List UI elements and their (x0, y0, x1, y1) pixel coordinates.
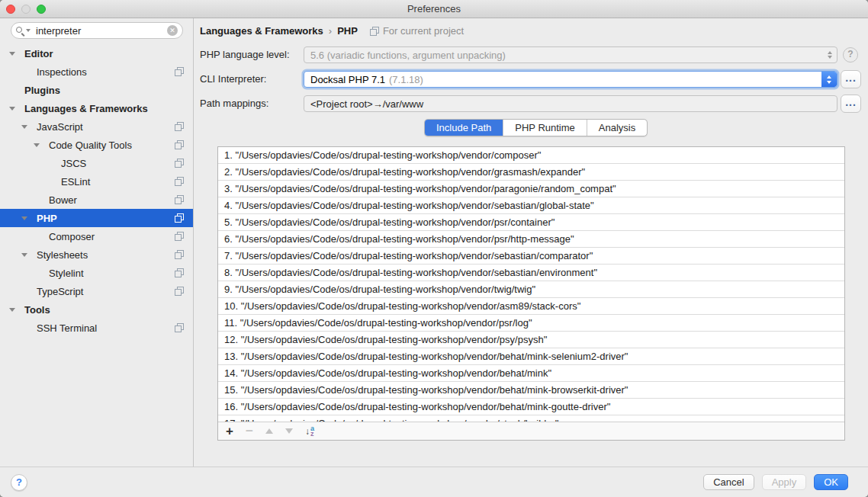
ok-button[interactable]: OK (814, 474, 848, 490)
help-icon[interactable]: ? (843, 47, 858, 63)
include-path-row[interactable]: 17. "/Users/opdavies/Code/os/drupal-test… (218, 415, 844, 422)
add-path-button[interactable]: + (226, 425, 233, 438)
include-path-row[interactable]: 13. "/Users/opdavies/Code/os/drupal-test… (218, 348, 844, 365)
include-path-row[interactable]: 7. "/Users/opdavies/Code/os/drupal-testi… (218, 248, 844, 265)
tab-php-runtime[interactable]: PHP Runtime (503, 120, 587, 136)
search-input[interactable] (34, 24, 167, 37)
sidebar-item-plugins[interactable]: Plugins (0, 81, 193, 99)
sidebar-item-javascript[interactable]: JavaScript (0, 117, 193, 136)
sidebar-item-eslint[interactable]: ESLint (0, 172, 193, 191)
include-path-row[interactable]: 9. "/Users/opdavies/Code/os/drupal-testi… (218, 281, 844, 298)
move-up-button[interactable] (265, 428, 273, 434)
sidebar-item-languages-frameworks[interactable]: Languages & Frameworks (0, 99, 193, 117)
path-mappings-field[interactable]: <Project root>→/var/www (304, 95, 837, 112)
cli-interpreter-select[interactable]: Docksal PHP 7.1 (7.1.18) (304, 71, 837, 88)
include-path-row[interactable]: 16. "/Users/opdavies/Code/os/drupal-test… (218, 399, 844, 415)
stepper-icon[interactable] (821, 72, 837, 87)
language-level-select[interactable]: 5.6 (variadic functions, argument unpack… (304, 46, 837, 63)
sidebar-tree: EditorInspectionsPluginsLanguages & Fram… (0, 44, 193, 337)
remove-path-button[interactable]: − (246, 425, 253, 438)
sidebar-item-label: Composer (49, 231, 95, 242)
stepper-icon (828, 47, 832, 63)
magnifier-icon (16, 26, 24, 35)
expand-triangle-icon[interactable] (21, 253, 27, 257)
scope-label: For current project (383, 25, 464, 37)
dialog-footer: ? Cancel Apply OK (0, 467, 868, 497)
sidebar-item-tools[interactable]: Tools (0, 300, 193, 319)
include-path-row[interactable]: 8. "/Users/opdavies/Code/os/drupal-testi… (218, 265, 844, 281)
move-down-button[interactable] (285, 428, 293, 434)
sidebar-item-label: Stylelint (49, 268, 84, 279)
per-project-settings-icon (370, 27, 379, 36)
include-path-row[interactable]: 14. "/Users/opdavies/Code/os/drupal-test… (218, 365, 844, 382)
per-project-settings-icon (175, 177, 184, 186)
apply-button[interactable]: Apply (762, 474, 807, 490)
sidebar-item-composer[interactable]: Composer (0, 227, 193, 245)
include-path-row[interactable]: 11. "/Users/opdavies/Code/os/drupal-test… (218, 315, 844, 332)
cli-interpreter-version: (7.1.18) (389, 74, 423, 85)
sidebar-item-code-quality-tools[interactable]: Code Quality Tools (0, 136, 193, 154)
sidebar-item-inspections[interactable]: Inspections (0, 63, 193, 81)
expand-triangle-icon[interactable] (9, 107, 15, 111)
sort-alphabetically-button[interactable]: ↓ a z (305, 426, 314, 437)
scope-indicator: For current project (370, 25, 464, 37)
per-project-settings-icon (175, 287, 184, 296)
include-path-row[interactable]: 10. "/Users/opdavies/Code/os/drupal-test… (218, 298, 844, 315)
expand-triangle-icon[interactable] (34, 143, 40, 147)
breadcrumb-current: PHP (337, 25, 358, 37)
sidebar-item-ssh-terminal[interactable]: SSH Terminal (0, 319, 193, 337)
expand-triangle-icon[interactable] (9, 52, 15, 56)
php-settings-panel: Languages & Frameworks › PHP For current… (194, 18, 868, 467)
sidebar-item-label: Plugins (24, 85, 60, 96)
settings-search-field[interactable]: ✕ (11, 22, 183, 39)
sidebar-item-label: Bower (49, 194, 77, 206)
expand-triangle-icon[interactable] (21, 125, 27, 129)
help-button[interactable]: ? (11, 474, 27, 491)
sidebar-item-label: JSCS (61, 158, 86, 169)
include-path-row[interactable]: 6. "/Users/opdavies/Code/os/drupal-testi… (218, 231, 844, 248)
per-project-settings-icon (175, 250, 184, 259)
include-path-row[interactable]: 5. "/Users/opdavies/Code/os/drupal-testi… (218, 214, 844, 231)
clear-search-icon[interactable]: ✕ (167, 25, 178, 36)
sidebar-item-stylesheets[interactable]: Stylesheets (0, 245, 193, 264)
per-project-settings-icon (175, 140, 184, 149)
breadcrumb-separator-icon: › (329, 25, 332, 37)
sidebar-item-typescript[interactable]: TypeScript (0, 282, 193, 300)
sidebar-item-stylelint[interactable]: Stylelint (0, 264, 193, 282)
cli-interpreter-label: CLI Interpreter: (200, 71, 266, 88)
tab-include-path[interactable]: Include Path (425, 120, 503, 136)
preferences-window: Preferences ✕ EditorInspectionsPluginsLa… (0, 0, 868, 497)
search-options-caret-icon[interactable] (26, 29, 31, 32)
include-path-row[interactable]: 3. "/Users/opdavies/Code/os/drupal-testi… (218, 181, 844, 197)
path-mappings-browse-button[interactable]: ... (841, 95, 861, 113)
cancel-button[interactable]: Cancel (703, 474, 754, 490)
sidebar-item-editor[interactable]: Editor (0, 44, 193, 63)
breadcrumb: Languages & Frameworks › PHP For current… (200, 25, 464, 37)
per-project-settings-icon (175, 268, 184, 277)
sidebar-item-label: PHP (37, 213, 57, 224)
tab-analysis[interactable]: Analysis (587, 120, 647, 136)
include-path-row[interactable]: 15. "/Users/opdavies/Code/os/drupal-test… (218, 382, 844, 399)
sidebar-item-label: Stylesheets (37, 249, 88, 261)
expand-triangle-icon[interactable] (21, 216, 27, 220)
sidebar-item-label: TypeScript (37, 286, 83, 297)
include-path-row[interactable]: 2. "/Users/opdavies/Code/os/drupal-testi… (218, 164, 844, 181)
include-path-row[interactable]: 1. "/Users/opdavies/Code/os/drupal-testi… (218, 147, 844, 164)
per-project-settings-icon (175, 122, 184, 131)
breadcrumb-parent[interactable]: Languages & Frameworks (200, 25, 323, 37)
sidebar-item-php[interactable]: PHP (0, 209, 193, 227)
php-settings-tabs: Include PathPHP RuntimeAnalysis (424, 119, 648, 136)
sort-arrow-icon: ↓ (305, 426, 310, 437)
sidebar-item-jscs[interactable]: JSCS (0, 154, 193, 172)
language-level-value: 5.6 (variadic functions, argument unpack… (310, 50, 506, 61)
expand-triangle-icon[interactable] (9, 308, 15, 312)
include-path-row[interactable]: 4. "/Users/opdavies/Code/os/drupal-testi… (218, 197, 844, 214)
sidebar-item-label: JavaScript (37, 121, 83, 133)
per-project-settings-icon (175, 232, 184, 241)
include-path-rows: 1. "/Users/opdavies/Code/os/drupal-testi… (218, 147, 844, 422)
path-mappings-value: <Project root>→/var/www (310, 98, 423, 110)
include-path-row[interactable]: 12. "/Users/opdavies/Code/os/drupal-test… (218, 332, 844, 348)
sidebar-item-bower[interactable]: Bower (0, 191, 193, 209)
sidebar-item-label: Tools (24, 304, 50, 316)
cli-interpreter-browse-button[interactable]: ... (841, 70, 861, 88)
